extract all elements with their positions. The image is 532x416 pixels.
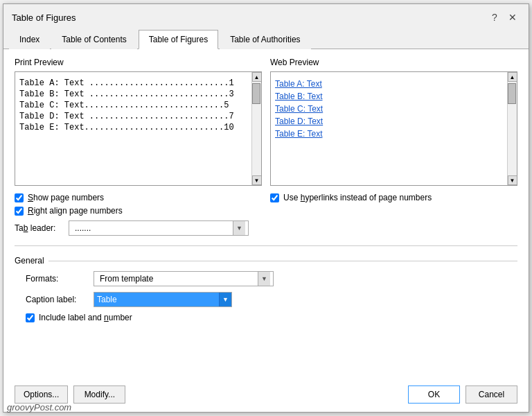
options-row: Show page numbers Right align page numbe… [15,193,517,236]
title-bar-controls: ? ✕ [487,10,520,25]
watermark: groovyPost.com [7,402,71,413]
tab-bar: Index Table of Contents Table of Figures… [3,29,529,49]
include-label-checkbox[interactable] [26,313,35,322]
scroll-thumb [252,82,261,175]
print-preview-content: Table A: Text ..........................… [15,72,251,185]
formats-row: Formats: From template ▼ [15,271,517,286]
web-preview-label: Web Preview [270,58,517,67]
bottom-left-buttons: Options... Modify... [15,385,125,404]
table-of-figures-dialog: Table of Figures ? ✕ Index Table of Cont… [3,3,529,413]
title-bar: Table of Figures ? ✕ [3,4,529,29]
web-preview-content: Table A: Text Table B: Text Table C: Tex… [271,72,507,185]
modify-button[interactable]: Modify... [73,385,125,404]
print-preview-label: Print Preview [15,58,262,67]
right-options: Use hyperlinks instead of page numbers [270,193,517,236]
web-row-1[interactable]: Table B: Text [275,90,503,103]
use-hyperlinks-checkbox[interactable] [270,193,279,202]
web-scroll-down-btn[interactable]: ▼ [508,175,517,185]
right-align-label: Right align page numbers [28,206,123,216]
dialog-body: Print Preview Table A: Text ............… [3,49,529,412]
divider [15,245,517,246]
dialog-title: Table of Figures [12,12,76,23]
print-preview-scrollbar[interactable]: ▲ ▼ [251,72,261,185]
print-row-0: Table A: Text ..........................… [19,78,247,89]
previews-row: Print Preview Table A: Text ............… [15,58,517,186]
web-scroll-up-btn[interactable]: ▲ [508,72,517,82]
print-preview-section: Print Preview Table A: Text ............… [15,58,262,186]
tab-leader-row: Tab leader: ....... ▼ [15,220,262,236]
caption-label-select[interactable]: Table ▼ [94,292,232,307]
print-row-3: Table D: Text ..........................… [19,111,247,122]
tab-leader-label: Tab leader: [15,223,63,233]
show-page-numbers-checkbox[interactable] [15,193,24,202]
tab-table-of-figures[interactable]: Table of Figures [139,30,218,49]
web-row-2[interactable]: Table C: Text [275,103,503,115]
formats-arrow: ▼ [258,272,270,286]
print-row-2: Table C: Text...........................… [19,100,247,111]
use-hyperlinks-row: Use hyperlinks instead of page numbers [270,193,517,202]
show-page-numbers-label: Show page numbers [28,193,104,202]
general-label: General [15,256,517,266]
tab-leader-select[interactable]: ....... ▼ [69,220,249,236]
options-button[interactable]: Options... [15,385,68,404]
caption-label-value: Table [94,295,117,304]
tab-index[interactable]: Index [9,30,50,49]
web-row-4[interactable]: Table E: Text [275,128,503,140]
cancel-button[interactable]: Cancel [466,385,517,404]
tab-leader-arrow: ▼ [233,221,245,235]
show-page-numbers-row: Show page numbers [15,193,262,202]
tab-table-of-authorities[interactable]: Table of Authorities [220,30,310,49]
include-label-label: Include label and number [39,313,132,322]
caption-label-row: Caption label: Table ▼ [15,292,517,307]
ok-button[interactable]: OK [408,385,460,404]
print-row-1: Table B: Text ..........................… [19,89,247,100]
web-preview-section: Web Preview Table A: Text Table B: Text … [270,58,517,186]
formats-label: Formats: [26,274,88,284]
use-hyperlinks-label: Use hyperlinks instead of page numbers [283,193,432,202]
left-options: Show page numbers Right align page numbe… [15,193,262,236]
web-scroll-thumb-inner [508,83,516,104]
right-align-row: Right align page numbers [15,206,262,216]
caption-label-label: Caption label: [26,295,88,304]
scroll-thumb-inner [252,83,260,104]
web-scroll-thumb [508,82,517,175]
tab-leader-value: ....... [72,223,91,233]
include-label-checkbox-row: Include label and number [26,313,132,322]
bottom-row: Options... Modify... OK Cancel [15,380,517,404]
scroll-down-btn[interactable]: ▼ [252,175,262,185]
web-row-0[interactable]: Table A: Text [275,78,503,90]
formats-value: From template [97,274,153,284]
web-preview-box: Table A: Text Table B: Text Table C: Tex… [270,71,517,186]
include-label-row: Include label and number [15,313,517,322]
close-button[interactable]: ✕ [505,10,520,25]
web-preview-scrollbar[interactable]: ▲ ▼ [507,72,517,185]
tab-table-of-contents[interactable]: Table of Contents [51,30,136,49]
general-section: General Formats: From template ▼ Caption… [15,256,517,322]
caption-label-arrow: ▼ [219,293,231,306]
print-row-4: Table E: Text...........................… [19,122,247,133]
bottom-right-buttons: OK Cancel [408,385,517,404]
scroll-up-btn[interactable]: ▲ [252,72,262,82]
formats-select[interactable]: From template ▼ [94,271,274,286]
web-row-3[interactable]: Table D: Text [275,115,503,128]
print-preview-box: Table A: Text ..........................… [15,71,262,186]
help-button[interactable]: ? [487,10,502,25]
right-align-checkbox[interactable] [15,207,24,216]
